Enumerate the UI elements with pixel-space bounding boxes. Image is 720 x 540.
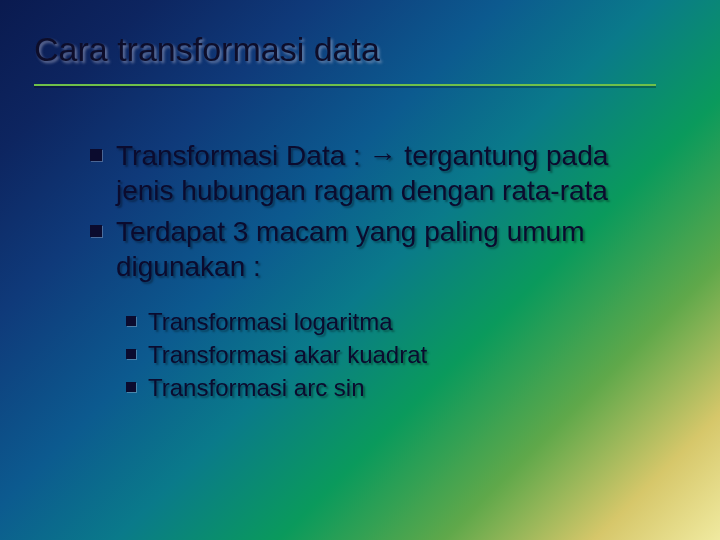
- sub-bullet-text: Transformasi akar kuadrat: [148, 339, 427, 370]
- slide-title: Cara transformasi data: [34, 30, 380, 69]
- bullet-icon: [126, 316, 136, 326]
- list-item: Transformasi akar kuadrat: [126, 339, 670, 370]
- content-area: Transformasi Data : → tergantung pada je…: [90, 138, 670, 406]
- bullet-icon: [90, 225, 102, 237]
- list-item: Transformasi Data : → tergantung pada je…: [90, 138, 670, 208]
- bullet-icon: [90, 149, 102, 161]
- list-item: Transformasi arc sin: [126, 372, 670, 403]
- title-underline: [34, 84, 656, 86]
- sub-bullet-text: Transformasi arc sin: [148, 372, 365, 403]
- sub-bullet-text: Transformasi logaritma: [148, 306, 393, 337]
- bullet-text: Transformasi Data : → tergantung pada je…: [116, 138, 670, 208]
- list-item: Transformasi logaritma: [126, 306, 670, 337]
- list-item: Terdapat 3 macam yang paling umum diguna…: [90, 214, 670, 284]
- bullet-text: Terdapat 3 macam yang paling umum diguna…: [116, 214, 670, 284]
- bullet-icon: [126, 382, 136, 392]
- sub-list: Transformasi logaritma Transformasi akar…: [126, 306, 670, 404]
- bullet-icon: [126, 349, 136, 359]
